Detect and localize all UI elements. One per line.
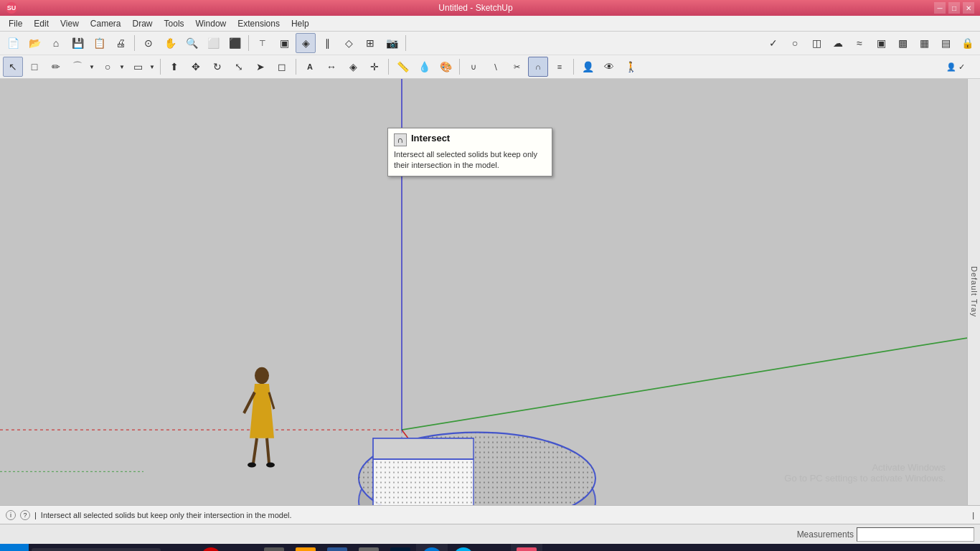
- menu-window[interactable]: Window: [190, 17, 232, 30]
- menu-camera[interactable]: Camera: [85, 17, 127, 30]
- zoom-extent-button[interactable]: ⬛: [225, 33, 245, 53]
- taskbar-edge[interactable]: e: [416, 544, 448, 551]
- section-tool-button[interactable]: ◈: [343, 57, 363, 77]
- lock-button[interactable]: 🔒: [957, 33, 977, 53]
- solid-intersect-button[interactable]: ∩: [528, 57, 548, 77]
- taskbar-photoshop[interactable]: Ps: [385, 544, 416, 551]
- dim-tool-button[interactable]: ↔: [321, 57, 341, 77]
- circle-tool-button[interactable]: ○: [98, 57, 118, 77]
- axes-tool-button[interactable]: ✛: [364, 57, 385, 77]
- menu-draw[interactable]: Draw: [127, 17, 159, 30]
- open-button[interactable]: 📂: [24, 33, 44, 53]
- home-button[interactable]: ⌂: [46, 33, 66, 53]
- menu-tools[interactable]: Tools: [159, 17, 190, 30]
- scale-tool-button[interactable]: ⤡: [229, 57, 249, 77]
- paint-tool-button[interactable]: 🎨: [435, 57, 456, 77]
- maximize-button[interactable]: □: [948, 2, 960, 14]
- start-button[interactable]: ⊞: [0, 544, 29, 551]
- check-model-button[interactable]: ✓: [763, 33, 783, 53]
- info-icon[interactable]: i: [6, 510, 16, 520]
- followme-tool-button[interactable]: ➤: [250, 57, 270, 77]
- pushpull-tool-button[interactable]: ⬆: [164, 57, 184, 77]
- account-button[interactable]: 👤 ✓: [934, 57, 977, 77]
- menu-help[interactable]: Help: [286, 17, 315, 30]
- two-point-button[interactable]: ⊞: [360, 33, 380, 53]
- taskbar-skype[interactable]: S: [448, 544, 479, 551]
- person-button[interactable]: 👤: [578, 57, 598, 77]
- select-tool-button[interactable]: ↖: [3, 57, 23, 77]
- eyedrop-tool-button[interactable]: 💧: [414, 57, 434, 77]
- fog-button[interactable]: ≈: [849, 33, 870, 53]
- intersect-tooltip: ∩ Intersect Intersect all selected solid…: [387, 128, 552, 176]
- rectangle-tool-button[interactable]: ▭: [128, 57, 148, 77]
- arc-dropdown-button[interactable]: ▼: [88, 57, 96, 77]
- taskbar-file-explorer[interactable]: 📁: [227, 544, 258, 551]
- taskbar-illustrator[interactable]: Ai: [290, 544, 321, 551]
- render2-button[interactable]: ▩: [892, 33, 913, 53]
- print-button[interactable]: 🖨: [110, 33, 131, 53]
- rect-dropdown-button[interactable]: ▼: [148, 57, 156, 77]
- solid-subtract-button[interactable]: ∖: [485, 57, 505, 77]
- taskbar-word[interactable]: W: [321, 544, 353, 551]
- status-separator: |: [34, 511, 37, 519]
- render1-button[interactable]: ▣: [871, 33, 891, 53]
- close-button[interactable]: ✕: [963, 2, 974, 14]
- measurements-label: Measurements: [797, 529, 854, 540]
- svg-marker-11: [373, 438, 473, 459]
- orbit-button[interactable]: ⊙: [138, 33, 159, 53]
- text-tool-button[interactable]: A: [300, 57, 320, 77]
- task-view-button[interactable]: ⧉: [164, 544, 195, 551]
- eye-button[interactable]: 👁: [599, 57, 619, 77]
- pencil-tool-button[interactable]: ✏: [46, 57, 66, 77]
- render3-button[interactable]: ▦: [914, 33, 934, 53]
- top-view-button[interactable]: ⊤: [253, 33, 273, 53]
- save-as-button[interactable]: 📋: [89, 33, 109, 53]
- taskbar-chrome[interactable]: ◎: [479, 544, 511, 551]
- canvas-area[interactable]: ∩ Intersect Intersect all selected solid…: [0, 79, 967, 505]
- circle-dropdown-button[interactable]: ▼: [118, 57, 126, 77]
- solid-trim-button[interactable]: ✂: [507, 57, 527, 77]
- sep-3: [405, 35, 406, 51]
- measurements-input[interactable]: [857, 527, 974, 542]
- perspective-button[interactable]: ◇: [339, 33, 359, 53]
- new-button[interactable]: 📄: [3, 33, 23, 53]
- svg-line-2: [402, 338, 967, 430]
- taskbar-search[interactable]: 🔍 Type here to search: [32, 548, 161, 551]
- zoom-window-button[interactable]: ⬜: [203, 33, 223, 53]
- taskbar-sketchup[interactable]: ⬜: [353, 544, 385, 551]
- taskbar-opera[interactable]: O: [195, 544, 227, 551]
- tape-tool-button[interactable]: 📏: [392, 57, 413, 77]
- offset-tool-button[interactable]: ◻: [272, 57, 292, 77]
- save-button[interactable]: 💾: [67, 33, 88, 53]
- menu-file[interactable]: File: [3, 17, 28, 30]
- window-controls: ─ □ ✕: [934, 2, 974, 14]
- taskbar-notepad[interactable]: 📝: [258, 544, 290, 551]
- match-photo-button[interactable]: 📷: [382, 33, 402, 53]
- parallel-button[interactable]: ∥: [317, 33, 337, 53]
- front-view-button[interactable]: ▣: [274, 33, 294, 53]
- question-icon[interactable]: ?: [20, 510, 30, 520]
- status-message: Intersect all selected solids but keep o…: [41, 511, 292, 519]
- arc-tool-button[interactable]: ⌒: [67, 57, 88, 77]
- sky-button[interactable]: ☁: [828, 33, 848, 53]
- move-tool-button[interactable]: ✥: [186, 57, 206, 77]
- default-tray[interactable]: Default Tray: [967, 79, 980, 505]
- tooltip-title: Intersect: [411, 133, 450, 143]
- soften-button[interactable]: ○: [785, 33, 805, 53]
- iso-view-button[interactable]: ◈: [296, 33, 316, 53]
- solid-split-button[interactable]: ≡: [550, 57, 570, 77]
- menu-extensions[interactable]: Extensions: [232, 17, 286, 30]
- minimize-button[interactable]: ─: [934, 2, 946, 14]
- pan-button[interactable]: ✋: [160, 33, 180, 53]
- eraser-tool-button[interactable]: □: [24, 57, 44, 77]
- zoom-button[interactable]: 🔍: [182, 33, 202, 53]
- walk-button[interactable]: 🚶: [621, 57, 641, 77]
- solid-union-button[interactable]: ∪: [463, 57, 484, 77]
- menu-view[interactable]: View: [55, 17, 85, 30]
- taskbar-sketchup2[interactable]: ▲: [511, 544, 542, 551]
- component-button[interactable]: ◫: [806, 33, 826, 53]
- svg-rect-10: [373, 459, 473, 505]
- menu-edit[interactable]: Edit: [28, 17, 55, 30]
- render4-button[interactable]: ▤: [936, 33, 956, 53]
- rotate-tool-button[interactable]: ↻: [207, 57, 227, 77]
